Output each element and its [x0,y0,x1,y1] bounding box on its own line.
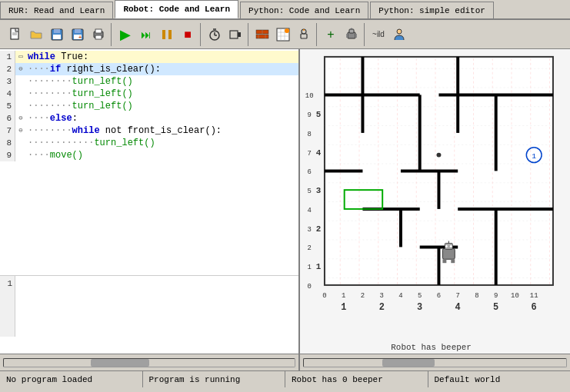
add-toolbar-group: + [318,23,365,46]
svg-point-34 [303,29,305,31]
add-button[interactable]: + [321,25,341,45]
svg-rect-13 [162,30,165,39]
svg-rect-7 [75,29,81,33]
svg-text:5: 5 [307,188,311,195]
svg-text:7: 7 [307,150,311,158]
code-scrollbar [0,354,300,370]
wild-toolbar-group: ~ild [366,23,412,46]
toolbar: + ▶ ⏭ ■ + [0,20,570,49]
svg-point-41 [397,29,402,34]
svg-text:6: 6 [437,292,441,300]
code-panel: 1 ▭ while True: 2 ⊖ ····if right_is_clea… [0,49,300,354]
tab-rur[interactable]: RUR: Read and Learn [0,2,113,18]
svg-text:0: 0 [322,292,326,300]
tab-bar: RUR: Read and Learn Robot: Code and Lear… [0,0,570,20]
svg-text:1: 1 [532,152,536,161]
svg-text:10: 10 [511,292,519,300]
svg-text:+: + [78,35,82,40]
timer-toolbar-group [202,23,248,46]
svg-text:2: 2 [361,292,365,300]
pause-button[interactable] [157,25,177,45]
stop-button[interactable]: ■ [178,25,198,45]
svg-text:8: 8 [307,131,311,138]
svg-text:4: 4 [398,292,402,300]
svg-rect-39 [346,34,348,38]
svg-text:Robot has beeper: Robot has beeper [391,343,471,352]
svg-text:4: 4 [316,148,322,158]
wild-button[interactable]: ~ild [368,25,388,45]
svg-text:6: 6 [307,168,311,176]
svg-text:2: 2 [307,244,311,252]
status-no-program: No program loaded [0,371,143,387]
record-button[interactable] [225,25,245,45]
svg-point-104 [450,245,452,247]
code-hscrollbar[interactable] [3,358,295,367]
svg-rect-33 [301,34,307,38]
world-panel: 0 1 2 3 4 5 6 7 8 9 10 1 2 3 4 5 0 1 2 3… [300,49,570,354]
step-button[interactable]: ⏭ [136,25,156,45]
new-button[interactable] [5,25,25,45]
file-toolbar-group: + [3,23,112,46]
svg-text:3: 3 [380,292,384,300]
svg-text:5: 5 [493,302,498,313]
svg-text:1: 1 [342,292,345,300]
code-line-3: 3 ········turn_left() [0,75,298,88]
world-svg: 0 1 2 3 4 5 6 7 8 9 10 1 2 3 4 5 0 1 2 3… [300,49,570,354]
code-line-5: 5 ········turn_left() [0,100,298,112]
svg-rect-20 [238,32,241,37]
svg-point-31 [285,28,289,33]
svg-rect-22 [256,35,268,38]
code-line-1: 1 ▭ while True: [0,51,298,63]
timer-button[interactable] [205,25,225,45]
svg-text:2: 2 [379,302,385,313]
brick-button[interactable] [252,25,272,45]
svg-rect-36 [349,29,354,33]
svg-rect-106 [451,259,455,263]
code-line-2: 2 ⊖ ····if right_is_clear(): [0,63,298,75]
save-as-button[interactable]: + [68,25,88,45]
svg-text:0: 0 [307,283,311,291]
svg-text:1: 1 [341,302,346,313]
svg-text:3: 3 [316,186,322,195]
tab-python-code[interactable]: Python: Code and Learn [240,2,368,18]
status-robot-beeper: Robot has 0 beeper [285,371,428,387]
print-button[interactable] [88,25,108,45]
svg-point-97 [436,153,441,158]
svg-text:5: 5 [418,292,422,300]
svg-rect-5 [53,35,61,39]
avatar-button[interactable] [389,25,409,45]
status-world: Default world [428,371,571,387]
tab-robot-code[interactable]: Robot: Code and Learn [115,0,238,18]
main-area: 1 ▭ while True: 2 ⊖ ····if right_is_clea… [0,49,570,354]
status-bar: No program loaded Program is running Rob… [0,370,570,387]
code-line-4: 4 ········turn_left() [0,88,298,100]
save-button[interactable] [47,25,67,45]
svg-rect-12 [95,35,102,39]
run-button[interactable]: ▶ [115,25,135,45]
code-editor[interactable]: 1 ▭ while True: 2 ⊖ ····if right_is_clea… [0,49,298,163]
robot2-button[interactable] [294,25,314,45]
svg-rect-40 [355,34,357,38]
robot-img-button[interactable] [342,25,362,45]
svg-text:6: 6 [532,302,537,313]
world-scrollbar [300,354,570,370]
output-area: 1 [0,276,298,337]
code-line-7: 7 ⊖ ········while not front_is_clear(): [0,125,298,137]
svg-rect-14 [168,30,172,39]
svg-rect-105 [442,259,446,263]
svg-rect-4 [54,29,60,33]
world-hscrollbar[interactable] [303,358,567,367]
code-line-8: 8 ············turn_left() [0,137,298,149]
svg-text:1: 1 [316,262,322,271]
svg-text:4: 4 [455,302,461,313]
svg-text:1: 1 [307,264,311,271]
world-button[interactable] [273,25,293,45]
svg-text:8: 8 [475,292,478,300]
svg-text:3: 3 [307,226,311,234]
world-toolbar-group [250,23,317,46]
open-button[interactable] [26,25,46,45]
svg-text:4: 4 [307,207,311,214]
tab-python-simple[interactable]: Python: simple editor [370,2,494,18]
code-line-6: 6 ⊖ ····else: [0,112,298,125]
status-running: Program is running [143,371,286,387]
